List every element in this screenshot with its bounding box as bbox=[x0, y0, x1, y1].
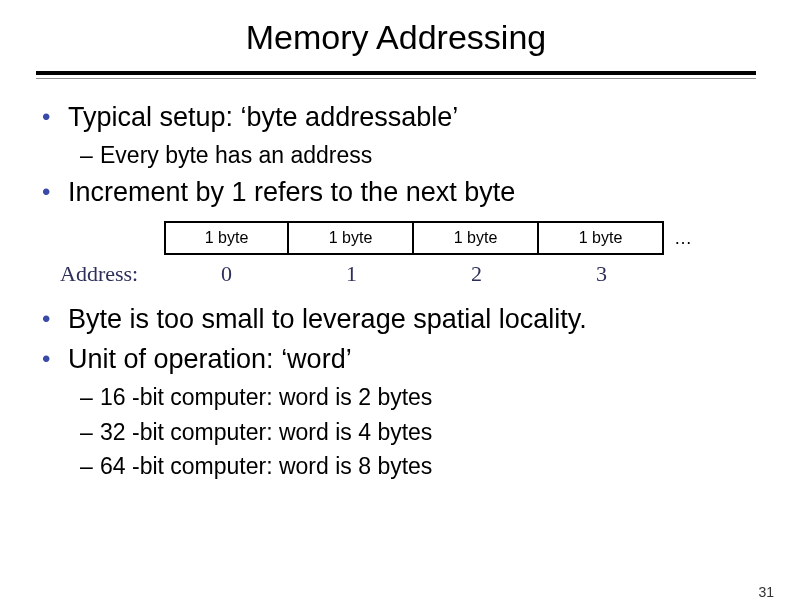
bullet-1-text: Typical setup: ‘byte addressable’ bbox=[68, 102, 458, 132]
bullet-4-text: Unit of operation: ‘word’ bbox=[68, 344, 352, 374]
title-rule bbox=[36, 71, 756, 79]
bullet-4-sub-1-text: 16 -bit computer: word is 2 bytes bbox=[100, 384, 432, 410]
byte-cell-0: 1 byte bbox=[164, 221, 289, 255]
address-1: 1 bbox=[289, 261, 414, 287]
content-list-2: •Byte is too small to leverage spatial l… bbox=[36, 303, 756, 481]
bullet-4-sub-2: –32 -bit computer: word is 4 bytes bbox=[36, 418, 756, 447]
bullet-1: •Typical setup: ‘byte addressable’ bbox=[36, 101, 756, 135]
address-row: Address: 0 1 2 3 bbox=[36, 261, 756, 287]
address-2: 2 bbox=[414, 261, 539, 287]
ellipsis-icon: … bbox=[674, 228, 692, 249]
byte-cell-2: 1 byte bbox=[414, 221, 539, 255]
page-number: 31 bbox=[758, 584, 774, 600]
bullet-4-sub-3: –64 -bit computer: word is 8 bytes bbox=[36, 452, 756, 481]
bullet-4-sub-3-text: 64 -bit computer: word is 8 bytes bbox=[100, 453, 432, 479]
bullet-4-sub-1: –16 -bit computer: word is 2 bytes bbox=[36, 383, 756, 412]
byte-diagram: 1 byte 1 byte 1 byte 1 byte … bbox=[164, 221, 756, 255]
bullet-2-text: Increment by 1 refers to the next byte bbox=[68, 177, 515, 207]
bullet-2: •Increment by 1 refers to the next byte bbox=[36, 176, 756, 210]
bullet-1-sub-1: –Every byte has an address bbox=[36, 141, 756, 170]
bullet-3-text: Byte is too small to leverage spatial lo… bbox=[68, 304, 587, 334]
bullet-1-sub-1-text: Every byte has an address bbox=[100, 142, 372, 168]
content-list: •Typical setup: ‘byte addressable’ –Ever… bbox=[36, 101, 756, 209]
bullet-3: •Byte is too small to leverage spatial l… bbox=[36, 303, 756, 337]
address-0: 0 bbox=[164, 261, 289, 287]
bullet-4: •Unit of operation: ‘word’ bbox=[36, 343, 756, 377]
byte-cell-3: 1 byte bbox=[539, 221, 664, 255]
byte-cell-1: 1 byte bbox=[289, 221, 414, 255]
bullet-4-sub-2-text: 32 -bit computer: word is 4 bytes bbox=[100, 419, 432, 445]
address-label: Address: bbox=[36, 261, 164, 287]
slide-title: Memory Addressing bbox=[36, 18, 756, 57]
address-3: 3 bbox=[539, 261, 664, 287]
